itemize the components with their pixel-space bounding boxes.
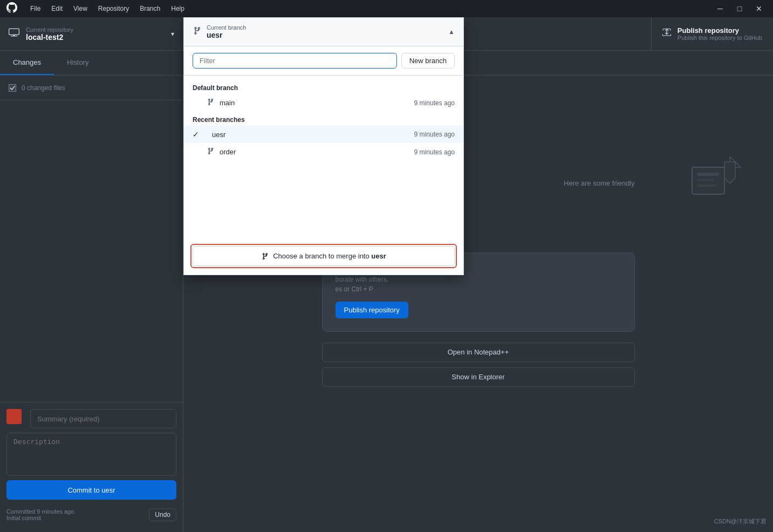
branch-dropdown: Current branch uesr ▲ New branch Default… [183,17,464,275]
branch-main-icon [207,98,214,107]
branch-item-uesr[interactable]: ✓ uesr 9 minutes ago [184,126,463,143]
menu-view[interactable]: View [69,3,92,15]
svg-rect-3 [697,179,714,181]
tab-history[interactable]: History [54,51,101,75]
branch-name-uesr: uesr [212,131,409,139]
friendly-text: Here are some friendly [564,179,635,187]
monitor-icon [9,27,19,40]
publish-shortcut-text: es or Ctrl + P [336,285,621,293]
last-commit-info: Committed 9 minutes ago Initial commit [6,508,74,521]
github-logo-icon [6,2,17,16]
menu-branch[interactable]: Branch [135,3,165,15]
toolbar-publish-button[interactable]: Publish repository Publish this reposito… [651,17,773,50]
repo-info: Current repository local-test2 [26,26,73,42]
dropdown-header-left: Current branch uesr [193,24,246,39]
repo-label: Current repository [26,26,73,33]
publish-card-text2: borate with others. [336,276,621,283]
branch-list: Default branch main 9 minutes ago Recent… [184,76,463,237]
show-explorer-button[interactable]: Show in Explorer [322,367,635,387]
repo-name: local-test2 [26,33,73,42]
branch-item-order[interactable]: order 9 minutes ago [184,143,463,161]
menu-edit[interactable]: Edit [47,3,67,15]
watermark: CSDN@汴京城下君 [714,517,767,526]
publish-title: Publish repository [678,26,762,35]
branch-name-main: main [220,99,409,107]
changed-files-bar: 0 changed files [0,76,183,100]
summary-row [6,409,176,428]
select-all-checkbox[interactable] [9,84,16,92]
branch-name-order: order [220,148,409,156]
branch-order-icon [207,147,214,156]
sidebar-bottom: Commit to uesr Committed 9 minutes ago I… [0,402,183,532]
close-button[interactable]: ✕ [751,1,767,16]
last-commit-row: Committed 9 minutes ago Initial commit U… [6,504,176,526]
undo-button[interactable]: Undo [149,508,176,521]
current-branch-name: uesr [207,31,246,39]
description-textarea[interactable] [6,433,176,476]
tab-changes[interactable]: Changes [0,51,54,75]
merge-branch-button[interactable]: Choose a branch to merge into uesr [193,246,455,266]
branch-time-main: 9 minutes ago [414,99,455,107]
branch-active-check-icon: ✓ [193,130,201,139]
last-commit-time: Committed 9 minutes ago [6,508,74,515]
publish-repository-button[interactable]: Publish repository [336,302,408,318]
sidebar: 0 changed files Commit to uesr Committed… [0,76,183,532]
dropdown-toolbar: New branch [184,46,463,76]
branch-item-main[interactable]: main 9 minutes ago [184,94,463,112]
publish-subtitle: Publish this repository to GitHub [678,35,762,41]
summary-input[interactable] [30,409,176,428]
publish-text: Publish repository Publish this reposito… [678,26,762,41]
repo-dropdown-arrow: ▾ [171,30,174,38]
menu-repository[interactable]: Repository [94,3,133,15]
commit-avatar-icon [6,409,22,424]
dropdown-header: Current branch uesr ▲ [184,18,463,46]
commit-button[interactable]: Commit to uesr [6,480,176,500]
branch-time-order: 9 minutes ago [414,148,455,156]
branch-header-icon [193,26,201,37]
last-commit-message: Initial commit [6,515,74,521]
default-branch-label: Default branch [184,80,463,94]
recent-branches-label: Recent branches [184,112,463,126]
menu-bar: File Edit View Repository Branch Help [26,3,189,15]
maximize-button[interactable]: □ [732,1,747,16]
decoration-illustration [687,156,751,213]
svg-rect-4 [697,185,716,187]
dropdown-close-arrow[interactable]: ▲ [448,28,455,36]
repo-selector[interactable]: Current repository local-test2 ▾ [0,17,183,50]
dropdown-header-text: Current branch uesr [207,24,246,39]
new-branch-button[interactable]: New branch [401,53,455,69]
merge-button-text: Choose a branch to merge into uesr [273,252,386,260]
svg-rect-2 [697,173,719,176]
dropdown-footer: Choose a branch to merge into uesr [190,244,457,268]
action-buttons: Open in Notepad++ Show in Explorer [322,343,635,387]
branch-time-uesr: 9 minutes ago [414,131,455,138]
minimize-button[interactable]: ─ [713,1,728,16]
changed-files-count: 0 changed files [22,84,65,92]
menu-help[interactable]: Help [167,3,189,15]
window-controls: ─ □ ✕ [713,1,767,16]
current-branch-label: Current branch [207,24,246,31]
titlebar: File Edit View Repository Branch Help ─ … [0,0,773,17]
branch-filter-input[interactable] [193,53,397,69]
menu-file[interactable]: File [26,3,45,15]
open-notepad-button[interactable]: Open in Notepad++ [322,343,635,362]
upload-icon [662,29,671,39]
